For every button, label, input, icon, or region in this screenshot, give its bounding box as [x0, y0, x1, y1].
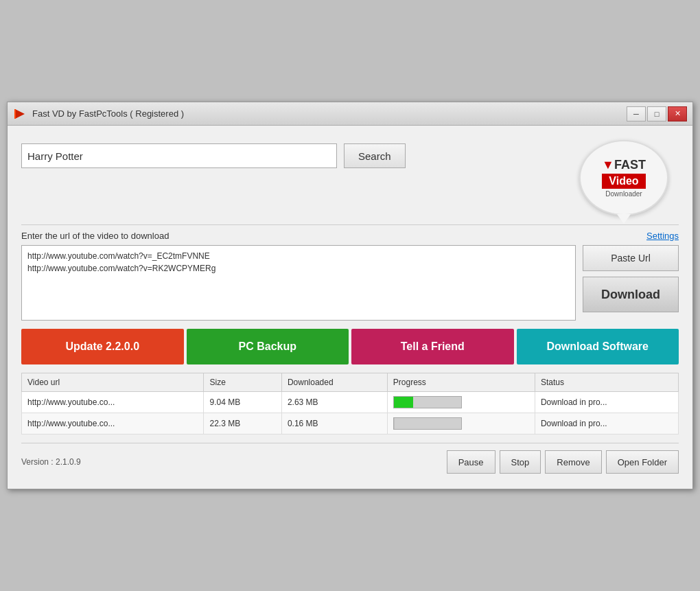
url-actions: Paste Url Download [583, 245, 679, 321]
logo-pointer [617, 214, 631, 224]
col-size: Size [204, 373, 281, 392]
top-section: Search ▼FAST Video Downloader [21, 137, 679, 219]
app-icon [13, 107, 27, 121]
window-title: Fast VD by FastPcTools ( Registered ) [32, 108, 627, 119]
url-header: Enter the url of the video to download S… [21, 231, 679, 241]
cell-url: http://www.youtube.co... [22, 392, 204, 413]
progress-bar-container [393, 417, 462, 430]
download-software-button[interactable]: Download Software [517, 329, 679, 364]
logo-video: Video [602, 174, 645, 189]
content-area: Search ▼FAST Video Downloader Enter the … [8, 126, 692, 489]
logo-area: ▼FAST Video Downloader [569, 137, 679, 219]
cell-url: http://www.youtube.co... [22, 413, 204, 434]
bottom-bar: Version : 2.1.0.9 Pause Stop Remove Open… [21, 443, 679, 478]
paste-url-button[interactable]: Paste Url [583, 245, 679, 271]
cell-downloaded: 0.16 MB [281, 413, 387, 434]
col-progress: Progress [387, 373, 535, 392]
table-row[interactable]: http://www.youtube.co...22.3 MB0.16 MBDo… [22, 413, 679, 434]
open-folder-button[interactable]: Open Folder [606, 450, 679, 474]
col-video-url: Video url [22, 373, 204, 392]
logo-fast-text: FAST [614, 158, 646, 172]
divider-1 [21, 224, 679, 225]
progress-bar-container [393, 396, 462, 408]
tell-friend-button[interactable]: Tell a Friend [351, 329, 514, 364]
pause-button[interactable]: Pause [447, 450, 495, 474]
maximize-button[interactable]: □ [647, 106, 666, 121]
search-button[interactable]: Search [344, 143, 406, 168]
download-button[interactable]: Download [583, 277, 679, 312]
cell-size: 9.04 MB [204, 392, 281, 413]
logo-circle: ▼FAST Video Downloader [579, 140, 668, 216]
table-header: Video url Size Downloaded Progress Statu… [22, 373, 679, 392]
col-status: Status [535, 373, 678, 392]
search-section: Search [21, 137, 562, 186]
pcbackup-button[interactable]: PC Backup [187, 329, 349, 364]
download-table: Video url Size Downloaded Progress Statu… [21, 373, 679, 434]
search-row: Search [21, 137, 562, 175]
url-section: Enter the url of the video to download S… [21, 231, 679, 321]
cell-size: 22.3 MB [204, 413, 281, 434]
svg-marker-0 [15, 109, 25, 119]
bottom-buttons: Pause Stop Remove Open Folder [447, 450, 679, 474]
progress-bar-fill [394, 418, 395, 429]
logo-fast: ▼FAST [602, 158, 646, 172]
action-buttons: Update 2.2.0.0 PC Backup Tell a Friend D… [21, 329, 679, 364]
col-downloaded: Downloaded [281, 373, 387, 392]
main-window: Fast VD by FastPcTools ( Registered ) ─ … [7, 102, 693, 489]
search-input[interactable] [21, 143, 337, 168]
remove-button[interactable]: Remove [545, 450, 601, 474]
table-body: http://www.youtube.co...9.04 MB2.63 MBDo… [22, 392, 679, 434]
logo-downloader: Downloader [605, 190, 642, 198]
cell-status: Download in pro... [535, 413, 678, 434]
cell-progress [387, 392, 535, 413]
stop-button[interactable]: Stop [500, 450, 541, 474]
cell-progress [387, 413, 535, 434]
table-header-row: Video url Size Downloaded Progress Statu… [22, 373, 679, 392]
url-row: http://www.youtube.com/watch?v=_EC2tmFVN… [21, 245, 679, 321]
title-bar: Fast VD by FastPcTools ( Registered ) ─ … [8, 102, 692, 126]
cell-status: Download in pro... [535, 392, 678, 413]
update-button[interactable]: Update 2.2.0.0 [21, 329, 184, 364]
url-label: Enter the url of the video to download [21, 231, 169, 241]
minimize-button[interactable]: ─ [627, 106, 646, 121]
settings-link[interactable]: Settings [646, 231, 679, 241]
cell-downloaded: 2.63 MB [281, 392, 387, 413]
version-label: Version : 2.1.0.9 [21, 457, 81, 467]
url-textarea[interactable]: http://www.youtube.com/watch?v=_EC2tmFVN… [21, 245, 576, 321]
window-controls: ─ □ ✕ [627, 106, 687, 121]
table-row[interactable]: http://www.youtube.co...9.04 MB2.63 MBDo… [22, 392, 679, 413]
progress-bar-fill [394, 397, 413, 408]
close-button[interactable]: ✕ [668, 106, 687, 121]
